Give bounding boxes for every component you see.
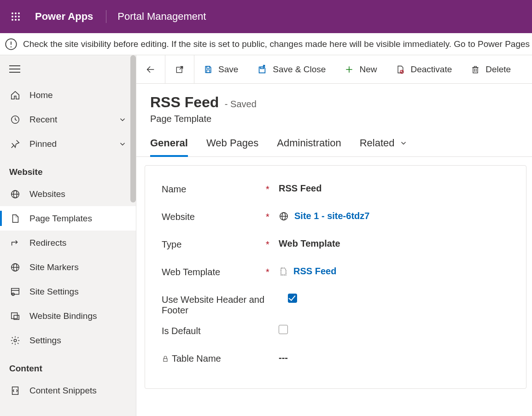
- app-launcher-icon[interactable]: [5, 6, 27, 28]
- visibility-warning-bar: Check the site visibility before editing…: [0, 33, 532, 55]
- sidebar-item-label: Home: [29, 90, 53, 100]
- sidebar: Home Recent Pinned Website Websites: [0, 55, 136, 416]
- field-value-website[interactable]: Site 1 - site-6tdz7: [272, 211, 509, 221]
- save-label: Save: [218, 64, 238, 75]
- globe-icon: [9, 189, 21, 199]
- back-button[interactable]: [136, 55, 165, 84]
- required-spacer: [263, 352, 272, 353]
- save-close-icon: [257, 64, 267, 75]
- sidebar-item-label: Recent: [29, 115, 57, 125]
- sidebar-toggle[interactable]: [0, 55, 136, 83]
- info-icon: [5, 38, 18, 51]
- deactivate-icon: [396, 65, 405, 74]
- sidebar-item-websites[interactable]: Websites: [0, 182, 136, 206]
- sidebar-item-site-markers[interactable]: Site Markers: [0, 255, 136, 279]
- website-link[interactable]: Site 1 - site-6tdz7: [294, 211, 369, 221]
- globe-icon: [279, 211, 289, 221]
- app-header: Power Apps Portal Management: [0, 0, 532, 33]
- field-label-table-name: Table Name: [162, 352, 263, 364]
- required-spacer: [272, 294, 281, 295]
- sidebar-item-label: Websites: [29, 189, 65, 199]
- field-value-is-default[interactable]: [272, 325, 509, 334]
- svg-point-4: [15, 16, 17, 17]
- form-tabs: General Web Pages Administration Related: [136, 124, 532, 157]
- environment-name[interactable]: Portal Management: [111, 11, 206, 23]
- sidebar-item-content-snippets[interactable]: Content Snippets: [0, 378, 136, 403]
- sidebar-item-settings[interactable]: Settings: [0, 328, 136, 352]
- svg-point-11: [11, 46, 12, 47]
- svg-point-0: [12, 12, 13, 14]
- field-label-website: Website: [162, 211, 263, 222]
- sidebar-group-website: Website: [0, 156, 136, 182]
- page-icon: [279, 266, 288, 277]
- field-value-use-header-footer[interactable]: [281, 294, 509, 303]
- tab-web-pages[interactable]: Web Pages: [206, 137, 258, 156]
- required-indicator: *: [263, 238, 272, 250]
- sidebar-item-site-settings[interactable]: Site Settings: [0, 279, 136, 304]
- field-value-type[interactable]: Web Template: [272, 238, 509, 249]
- field-label-name: Name: [162, 183, 263, 195]
- svg-rect-47: [164, 358, 167, 361]
- web-template-link[interactable]: RSS Feed: [293, 266, 336, 277]
- svg-point-7: [15, 19, 17, 21]
- checkbox-use-header-footer[interactable]: [288, 294, 297, 303]
- svg-rect-32: [207, 66, 210, 68]
- sidebar-item-home[interactable]: Home: [0, 83, 136, 107]
- globe-icon: [9, 262, 21, 272]
- trash-icon: [471, 65, 480, 74]
- pin-icon: [9, 139, 21, 149]
- field-value-web-template[interactable]: RSS Feed: [272, 266, 509, 277]
- app-name[interactable]: Power Apps: [27, 11, 101, 23]
- sidebar-scrollbar[interactable]: [130, 55, 136, 202]
- svg-rect-34: [261, 67, 264, 69]
- svg-point-1: [15, 12, 17, 14]
- sidebar-item-page-templates[interactable]: Page Templates: [0, 206, 136, 231]
- required-indicator: *: [263, 211, 272, 222]
- save-button[interactable]: Save: [194, 55, 248, 84]
- svg-point-6: [12, 19, 13, 21]
- form-card: Name * RSS Feed Website * Site 1 - site-…: [145, 165, 526, 389]
- plus-icon: [345, 65, 354, 74]
- svg-point-5: [18, 16, 20, 17]
- svg-point-2: [18, 12, 20, 14]
- field-value-table-name[interactable]: ---: [272, 352, 509, 363]
- sidebar-item-website-bindings[interactable]: Website Bindings: [0, 304, 136, 328]
- lock-icon: [162, 355, 169, 363]
- chevron-down-icon: [118, 140, 127, 148]
- sidebar-item-label: Website Bindings: [29, 311, 97, 321]
- save-icon: [204, 65, 213, 74]
- required-indicator: *: [263, 266, 272, 277]
- new-label: New: [359, 64, 377, 75]
- svg-rect-25: [12, 312, 18, 318]
- main-content: Save Save & Close New Deactivate Delete: [136, 55, 532, 416]
- header-divider: [106, 10, 106, 23]
- chevron-down-icon: [118, 116, 127, 124]
- new-button[interactable]: New: [335, 55, 386, 84]
- sidebar-item-label: Pinned: [29, 139, 57, 149]
- tab-related[interactable]: Related: [360, 137, 408, 156]
- svg-line-39: [401, 70, 403, 73]
- sidebar-item-recent[interactable]: Recent: [0, 107, 136, 132]
- deactivate-button[interactable]: Deactivate: [386, 55, 462, 84]
- record-header: RSS Feed - Saved Page Template: [136, 84, 532, 124]
- tab-general[interactable]: General: [150, 137, 188, 156]
- field-label-use-header-footer: Use Website Header and Footer: [162, 294, 272, 316]
- delete-label: Delete: [485, 64, 511, 75]
- field-value-name[interactable]: RSS Feed: [272, 183, 509, 194]
- tab-administration[interactable]: Administration: [277, 137, 341, 156]
- open-new-window-button[interactable]: [165, 55, 194, 84]
- required-indicator: *: [263, 183, 272, 195]
- sidebar-item-label: Page Templates: [29, 214, 92, 224]
- record-title: RSS Feed: [150, 94, 219, 111]
- sidebar-item-redirects[interactable]: Redirects: [0, 231, 136, 255]
- sidebar-item-pinned[interactable]: Pinned: [0, 132, 136, 156]
- field-label-type: Type: [162, 238, 263, 250]
- delete-button[interactable]: Delete: [462, 55, 520, 84]
- binding-icon: [9, 311, 21, 321]
- save-close-button[interactable]: Save & Close: [248, 55, 335, 84]
- checkbox-is-default[interactable]: [279, 325, 288, 334]
- settings-list-icon: [9, 287, 21, 297]
- chevron-down-icon: [399, 139, 408, 147]
- field-label-is-default: Is Default: [162, 325, 263, 336]
- command-bar: Save Save & Close New Deactivate Delete: [136, 55, 532, 84]
